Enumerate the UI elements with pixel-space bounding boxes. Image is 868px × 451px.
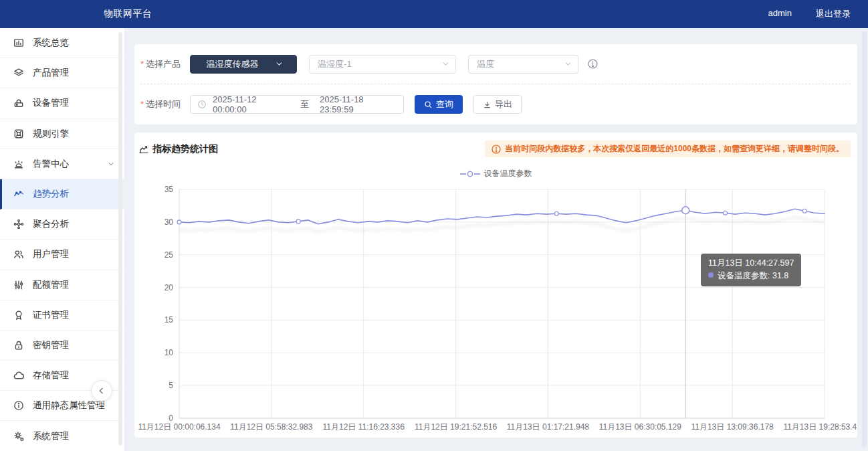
alarm-icon xyxy=(13,159,24,169)
legend-marker-icon xyxy=(460,171,480,177)
sidebar-item-label: 系统管理 xyxy=(33,430,69,442)
chevron-down-icon xyxy=(564,60,572,68)
product-label: *选择产品 xyxy=(140,58,181,70)
time-label: *选择时间 xyxy=(140,98,181,110)
end-date: 2025-11-18 23:59:59 xyxy=(320,94,397,114)
svg-text:35: 35 xyxy=(165,185,174,194)
svg-text:11月13日 19:28:53.436: 11月13日 19:28:53.436 xyxy=(783,422,857,432)
sidebar-item-quota-mgmt[interactable]: 配额管理 xyxy=(0,270,124,300)
sidebar-item-label: 趋势分析 xyxy=(33,188,69,200)
search-icon xyxy=(424,100,433,109)
svg-text:30: 30 xyxy=(165,217,174,227)
sidebar-item-label: 通用静态属性管理 xyxy=(33,399,105,412)
arrow-left-icon xyxy=(97,386,106,395)
dashboard-icon xyxy=(13,37,24,48)
sidebar-item-label: 配额管理 xyxy=(33,279,69,291)
filter-panel: *选择产品 温湿度传感器 温湿度-1 温度 *选择时间 xyxy=(134,44,857,124)
sidebar-item-key-mgmt[interactable]: 密钥管理 xyxy=(0,331,124,361)
sidebar-item-system-overview[interactable]: 系统总览 xyxy=(0,28,124,58)
warning-icon xyxy=(492,145,501,154)
sidebar-item-rule-engine[interactable]: 规则引擎 xyxy=(0,119,124,149)
trend-chart[interactable]: 设备温度参数 0510152025303511月12日 00:00:06.134… xyxy=(134,163,857,438)
sidebar-item-label: 设备管理 xyxy=(33,97,69,109)
svg-text:11月12日 11:16:23.336: 11月12日 11:16:23.336 xyxy=(323,422,405,432)
sidebar-item-device-mgmt[interactable]: 设备管理 xyxy=(0,88,124,118)
user-menu[interactable]: admin xyxy=(768,8,792,20)
certificate-icon xyxy=(13,310,24,321)
svg-text:15: 15 xyxy=(165,315,174,325)
sidebar-item-trend-analysis[interactable]: 趋势分析 xyxy=(0,179,124,209)
sidebar-item-label: 系统总览 xyxy=(33,37,69,49)
sidebar-item-label: 告警中心 xyxy=(33,158,69,170)
chart-plot-area[interactable]: 0510152025303511月12日 00:00:06.13411月12日 … xyxy=(134,163,857,438)
sidebar-item-label: 聚合分析 xyxy=(33,218,69,230)
sidebar-item-label: 规则引擎 xyxy=(33,128,69,140)
svg-text:11月12日 00:00:06.134: 11月12日 00:00:06.134 xyxy=(138,422,221,432)
sidebar-item-label: 产品管理 xyxy=(33,67,69,79)
sidebar-item-alarm-center[interactable]: 告警中心 xyxy=(0,149,124,179)
sidebar-item-certificate-mgmt[interactable]: 证书管理 xyxy=(0,300,124,331)
download-icon xyxy=(483,100,492,109)
users-icon xyxy=(13,249,24,260)
chevron-down-icon xyxy=(275,60,284,68)
device-select[interactable]: 温湿度-1 xyxy=(309,55,456,74)
legend-item-temperature[interactable]: 设备温度参数 xyxy=(134,168,857,179)
svg-text:10: 10 xyxy=(165,348,174,357)
sidebar-item-label: 密钥管理 xyxy=(33,339,69,351)
svg-text:11月13日 06:30:05.129: 11月13日 06:30:05.129 xyxy=(599,422,682,432)
chevron-down-icon xyxy=(107,160,115,168)
chart-title: 指标趋势统计图 xyxy=(138,143,218,155)
main-content: *选择产品 温湿度传感器 温湿度-1 温度 *选择时间 xyxy=(134,28,857,438)
svg-text:20: 20 xyxy=(165,283,174,292)
date-range-picker[interactable]: 2025-11-12 00:00:00 至 2025-11-18 23:59:5… xyxy=(190,95,404,114)
svg-text:11月12日 05:58:32.983: 11月12日 05:58:32.983 xyxy=(230,422,313,432)
rule-engine-icon xyxy=(13,128,24,139)
chart-panel: 指标趋势统计图 当前时间段内数据较多，本次搜索仅返回最近的1000条数据，如需查… xyxy=(134,132,857,438)
device-icon xyxy=(13,98,24,108)
top-navbar: 物联网平台 admin 退出登录 xyxy=(0,0,868,28)
sidebar-item-aggregate-analysis[interactable]: 聚合分析 xyxy=(0,209,124,240)
sidebar-item-product-mgmt[interactable]: 产品管理 xyxy=(0,58,124,88)
info-filled-icon[interactable] xyxy=(588,59,598,69)
sidebar-item-label: 证书管理 xyxy=(33,309,69,321)
svg-text:11月13日 13:09:36.178: 11月13日 13:09:36.178 xyxy=(691,422,774,432)
svg-text:11月12日 19:21:52.516: 11月12日 19:21:52.516 xyxy=(415,422,498,432)
aggregate-icon xyxy=(13,219,24,230)
page-scrollbar[interactable] xyxy=(862,31,867,447)
export-button[interactable]: 导出 xyxy=(473,95,522,114)
chevron-down-icon xyxy=(441,60,450,68)
lock-icon xyxy=(13,340,24,351)
clock-icon xyxy=(197,100,207,109)
logout-link[interactable]: 退出登录 xyxy=(816,8,851,20)
trend-icon xyxy=(13,189,24,199)
trend-chart-icon xyxy=(138,144,149,155)
svg-text:0: 0 xyxy=(169,414,173,423)
quota-sliders-icon xyxy=(13,280,24,290)
sidebar-collapse-button[interactable] xyxy=(91,380,112,401)
data-limit-warning: 当前时间段内数据较多，本次搜索仅返回最近的1000条数据，如需查询更详细，请调整… xyxy=(485,141,851,157)
product-select[interactable]: 温湿度传感器 xyxy=(190,55,297,74)
app-title: 物联网平台 xyxy=(104,8,152,20)
svg-text:5: 5 xyxy=(169,381,173,390)
start-date: 2025-11-12 00:00:00 xyxy=(213,94,290,114)
product-layers-icon xyxy=(13,68,24,78)
gear-icon xyxy=(13,431,24,442)
info-circle-icon xyxy=(13,400,24,411)
sidebar-item-label: 存储管理 xyxy=(33,369,69,381)
svg-text:11月13日 01:17:21.948: 11月13日 01:17:21.948 xyxy=(507,422,590,432)
svg-text:25: 25 xyxy=(165,250,174,260)
search-button[interactable]: 查询 xyxy=(415,95,463,114)
cloud-icon xyxy=(13,370,24,381)
sidebar-item-user-mgmt[interactable]: 用户管理 xyxy=(0,240,124,270)
sidebar-scrollbar[interactable] xyxy=(118,32,122,446)
sidebar-item-label: 用户管理 xyxy=(33,248,69,260)
sidebar-item-system-mgmt[interactable]: 系统管理 xyxy=(0,421,124,451)
metric-select[interactable]: 温度 xyxy=(468,55,578,74)
